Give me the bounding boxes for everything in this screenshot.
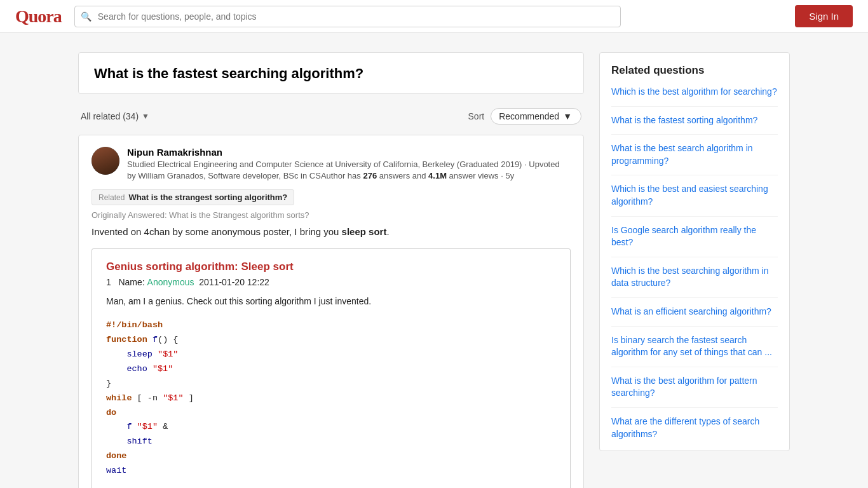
search-bar-wrap: 🔍 (74, 6, 621, 27)
related-item: Which is the best searching algorithm in… (611, 265, 778, 290)
all-related-filter[interactable]: All related (34) ▼ (81, 111, 149, 121)
code-image: Genius sorting algorithm: Sleep sort 1 N… (92, 248, 571, 488)
code-image-meta: 1 Name: Anonymous 2011-01-20 12:22 (106, 277, 556, 287)
code-line-10: done (106, 449, 556, 464)
sidebar: Related questions Which is the best algo… (599, 52, 790, 451)
related-item-link[interactable]: What is the best algorithm for pattern s… (611, 375, 778, 400)
sort-label: Sort (468, 111, 485, 121)
page-wrap: What is the fastest searching algorithm?… (65, 33, 803, 488)
question-title: What is the fastest searching algorithm? (94, 65, 568, 82)
sort-value: Recommended (499, 111, 559, 121)
related-item: Is binary search the fastest search algo… (611, 334, 778, 359)
code-line-6: while [ -n "$1" ] (106, 391, 556, 406)
answer-intro: Invented on 4chan by some anonymous post… (92, 225, 571, 240)
code-image-title: Genius sorting algorithm: Sleep sort (106, 261, 556, 273)
code-image-desc: Man, am I a genius. Check out this sorti… (106, 295, 556, 308)
avatar-image (92, 147, 119, 175)
answers-header: All related (34) ▼ Sort Recommended ▼ (78, 102, 584, 131)
chevron-down-icon: ▼ (563, 111, 572, 121)
related-items-container: Which is the best algorithm for searchin… (611, 86, 778, 440)
code-line-2: function f() { (106, 333, 556, 348)
code-line-9: shift (106, 435, 556, 449)
answer-card: Nipun Ramakrishnan Studied Electrical En… (78, 135, 584, 488)
related-item: What is the fastest sorting algorithm? (611, 114, 778, 127)
code-line-11: wait (106, 464, 556, 478)
search-icon: 🔍 (81, 11, 92, 22)
related-box: Related questions Which is the best algo… (599, 52, 790, 451)
main-content: What is the fastest searching algorithm?… (78, 52, 584, 488)
related-item: What is the best search algorithm in pro… (611, 142, 778, 167)
related-item-link[interactable]: What are the different types of search a… (611, 416, 778, 440)
related-questions-title: Related questions (611, 64, 778, 77)
signin-button[interactable]: Sign In (795, 5, 853, 27)
avatar (92, 147, 119, 175)
code-block: #!/bin/bash function f() { sleep "$1" ec… (106, 318, 556, 488)
code-line-4: echo "$1" (106, 362, 556, 377)
header: Quora 🔍 Sign In (0, 0, 868, 33)
related-item: Is Google search algorithm really the be… (611, 224, 778, 249)
search-input[interactable] (74, 6, 621, 27)
answer-author-row: Nipun Ramakrishnan Studied Electrical En… (92, 147, 571, 182)
related-item: Which is the best and easiest searching … (611, 183, 778, 208)
sort-wrap: Sort Recommended ▼ (468, 108, 581, 125)
related-item: What are the different types of search a… (611, 416, 778, 440)
code-line-1: #!/bin/bash (106, 318, 556, 333)
all-related-label: All related (34) (81, 111, 139, 121)
related-item-link[interactable]: Is binary search the fastest search algo… (611, 334, 778, 359)
related-item-link[interactable]: Which is the best searching algorithm in… (611, 265, 778, 290)
originally-answered: Originally Answered: What is the Strange… (92, 210, 571, 220)
meta-name: Anonymous (147, 277, 194, 287)
code-line-7: do (106, 406, 556, 421)
related-item-link[interactable]: Which is the best and easiest searching … (611, 183, 778, 208)
author-bio-text4: answer views · 5y (447, 171, 514, 180)
meta-date: 2011-01-20 12:22 (199, 277, 269, 287)
code-line-3: sleep "$1" (106, 348, 556, 362)
sort-dropdown[interactable]: Recommended ▼ (491, 108, 581, 125)
related-item: Which is the best algorithm for searchin… (611, 86, 778, 98)
author-name[interactable]: Nipun Ramakrishnan (127, 147, 571, 158)
author-bio-text2: Author has (321, 171, 363, 180)
header-right: Sign In (795, 5, 853, 27)
related-label: Related (98, 193, 125, 202)
related-question-tag: Related What is the strangest sorting al… (92, 189, 294, 205)
related-item-link[interactable]: Which is the best algorithm for searchin… (611, 86, 778, 98)
related-item-link[interactable]: What is the best search algorithm in pro… (611, 142, 778, 167)
question-box: What is the fastest searching algorithm? (78, 52, 584, 94)
quora-logo[interactable]: Quora (15, 6, 62, 27)
related-item-link[interactable]: Is Google search algorithm really the be… (611, 224, 778, 249)
code-line-5: } (106, 377, 556, 391)
author-bio-text3: answers and (377, 171, 428, 180)
author-info: Nipun Ramakrishnan Studied Electrical En… (127, 147, 571, 182)
related-item: What is the best algorithm for pattern s… (611, 375, 778, 400)
code-line-8: f "$1" & (106, 420, 556, 435)
related-item: What is an efficient searching algorithm… (611, 306, 778, 318)
related-item-link[interactable]: What is the fastest sorting algorithm? (611, 114, 778, 127)
author-bio: Studied Electrical Engineering and Compu… (127, 159, 571, 182)
view-count: 4.1M (428, 171, 447, 180)
meta-num: 1 (106, 277, 111, 287)
related-question-text[interactable]: What is the strangest sorting algorithm? (128, 193, 287, 202)
sleep-sort-bold: sleep sort (342, 226, 387, 237)
answer-count: 276 (363, 171, 377, 180)
related-item-link[interactable]: What is an efficient searching algorithm… (611, 306, 778, 318)
chevron-down-icon: ▼ (142, 112, 149, 121)
